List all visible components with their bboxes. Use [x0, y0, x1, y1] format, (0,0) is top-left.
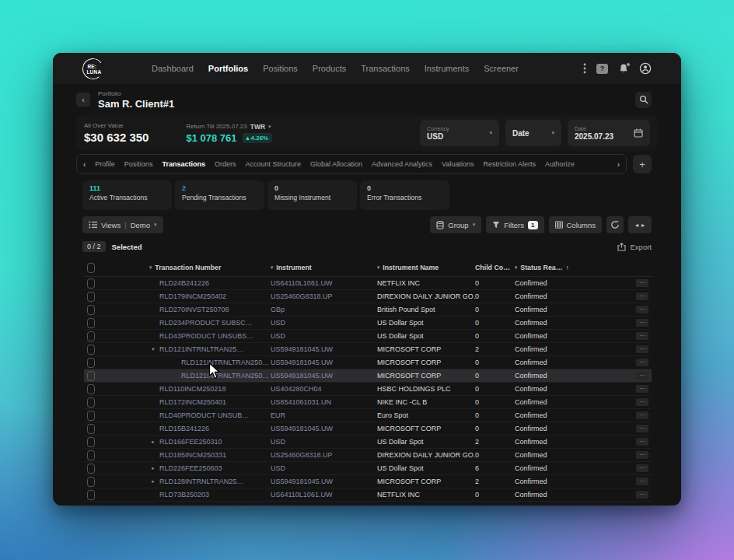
- row-checkbox[interactable]: [87, 397, 95, 408]
- summary-card-error-transactions[interactable]: 0Error Transactions: [360, 180, 449, 210]
- export-button[interactable]: Export: [617, 243, 652, 251]
- transaction-number[interactable]: RLD185INCM250331: [159, 451, 226, 459]
- summary-card-active-transactions[interactable]: 111Active Transactions: [82, 180, 172, 210]
- row-checkbox[interactable]: [87, 490, 95, 500]
- row-menu-button[interactable]: ⋯: [636, 372, 648, 380]
- views-selector[interactable]: Views | Demo ▾: [82, 216, 163, 233]
- column-header-transaction-number[interactable]: ▾Transaction Number: [104, 264, 271, 271]
- row-menu-button[interactable]: ⋯: [636, 464, 648, 472]
- table-row[interactable]: RLD43PRODUCT UNSUBS…USDUS Dollar Spot0Co…: [84, 330, 652, 343]
- transaction-number[interactable]: RLD128INTRNLTRAN25…: [159, 478, 243, 485]
- row-menu-button[interactable]: ⋯: [636, 279, 648, 287]
- transaction-number[interactable]: RLD226FEE250603: [159, 464, 222, 472]
- currency-select[interactable]: Currency USD ▾: [420, 120, 499, 146]
- row-checkbox[interactable]: [87, 358, 95, 368]
- column-header-child-co[interactable]: Child Co…: [475, 264, 510, 271]
- columns-button[interactable]: Columns: [549, 216, 603, 233]
- nav-item-products[interactable]: Products: [313, 64, 346, 73]
- pager-right-icon[interactable]: ▸: [641, 222, 645, 229]
- transaction-number[interactable]: RLD43PRODUCT UNSUBS…: [159, 332, 253, 340]
- row-checkbox[interactable]: [87, 450, 95, 460]
- instrument-id[interactable]: EUR: [271, 411, 285, 419]
- select-all-checkbox[interactable]: [87, 263, 95, 273]
- account-avatar-icon[interactable]: [639, 62, 652, 75]
- transaction-number[interactable]: RLD15B241226: [159, 425, 209, 432]
- transaction-number[interactable]: RLD121INTRNLTRAN250…: [181, 372, 269, 380]
- instrument-id[interactable]: US5949181045.UW: [271, 478, 333, 485]
- column-header-instrument[interactable]: ▾Instrument: [271, 264, 377, 271]
- instrument-id[interactable]: US25460G8318.UP: [271, 451, 333, 459]
- table-row[interactable]: RLD110INCM250218US404280CH04HSBC HOLDING…: [84, 383, 652, 396]
- table-row[interactable]: ▸RLD128INTRNLTRAN25…US5949181045.UWMICRO…: [84, 475, 652, 488]
- row-menu-button[interactable]: ⋯: [636, 491, 648, 499]
- column-header-status-rea[interactable]: ▾Status Rea…↑: [510, 264, 584, 271]
- instrument-id[interactable]: US64110L1061.UW: [271, 279, 332, 287]
- instrument-id[interactable]: US6541061031.UN: [271, 398, 331, 406]
- row-checkbox[interactable]: [87, 477, 95, 487]
- nav-item-portfolios[interactable]: Portfolios: [208, 64, 248, 73]
- instrument-id[interactable]: US5949181045.UW: [271, 345, 333, 353]
- row-menu-button[interactable]: ⋯: [636, 385, 648, 393]
- instrument-id[interactable]: USD: [271, 319, 285, 327]
- instrument-id[interactable]: USD: [271, 332, 285, 340]
- tab-authorize[interactable]: Authorize: [545, 160, 575, 168]
- instrument-id[interactable]: US5949181045.UW: [271, 359, 333, 366]
- table-row[interactable]: RLD15B241226US5949181045.UWMICROSOFT COR…: [84, 422, 652, 436]
- filters-button[interactable]: Filters 1: [486, 216, 544, 233]
- row-checkbox[interactable]: [87, 384, 95, 394]
- tab-restriction-alerts[interactable]: Restriction Alerts: [483, 160, 536, 168]
- table-row[interactable]: RLD24B241226US64110L1061.UWNETFLIX INC0C…: [84, 277, 652, 290]
- row-menu-button[interactable]: ⋯: [636, 425, 648, 432]
- row-checkbox[interactable]: [87, 278, 95, 289]
- tabs-scroll-left-icon[interactable]: ‹: [83, 160, 86, 169]
- transaction-number[interactable]: RLD121INTRNLTRAN250…: [181, 359, 269, 366]
- transaction-number[interactable]: RLD166FEE250310: [159, 438, 222, 446]
- tab-orders[interactable]: Orders: [215, 160, 236, 168]
- nav-item-positions[interactable]: Positions: [263, 64, 298, 73]
- transaction-number[interactable]: RLD73B250203: [159, 491, 209, 499]
- expand-row-icon[interactable]: ▸: [149, 478, 157, 485]
- row-menu-button[interactable]: ⋯: [636, 345, 648, 353]
- nav-item-screener[interactable]: Screener: [484, 64, 519, 73]
- kebab-menu-icon[interactable]: [583, 63, 586, 74]
- row-menu-button[interactable]: ⋯: [636, 319, 648, 327]
- row-menu-button[interactable]: ⋯: [636, 478, 648, 485]
- row-menu-button[interactable]: ⋯: [636, 306, 648, 313]
- pager-buttons[interactable]: ◂ ▸: [628, 216, 652, 233]
- table-row[interactable]: RLD179INCM250402US25460G8318.UPDIREXION …: [84, 290, 652, 303]
- tab-account-structure[interactable]: Account Structure: [245, 160, 301, 168]
- instrument-id[interactable]: USD: [271, 438, 285, 446]
- expand-row-icon[interactable]: ▸: [149, 465, 157, 471]
- table-row[interactable]: RLD270INVST250708GBpBritish Pound Spot0C…: [84, 303, 652, 317]
- refresh-button[interactable]: [606, 216, 624, 233]
- instrument-id[interactable]: US5949181045.UW: [271, 372, 333, 380]
- instrument-id[interactable]: US404280CH04: [271, 385, 322, 393]
- row-menu-button[interactable]: ⋯: [636, 359, 648, 366]
- transaction-number[interactable]: RLD110INCM250218: [159, 385, 225, 393]
- kpi-return-method[interactable]: TWR: [250, 123, 265, 131]
- instrument-id[interactable]: GBp: [271, 306, 285, 313]
- transaction-number[interactable]: RLD179INCM250402: [159, 292, 226, 300]
- nav-item-instruments[interactable]: Instruments: [425, 64, 469, 73]
- row-checkbox[interactable]: [87, 371, 95, 381]
- pager-left-icon[interactable]: ◂: [635, 222, 638, 229]
- row-checkbox[interactable]: [87, 437, 95, 447]
- tab-positions[interactable]: Positions: [124, 160, 153, 168]
- add-tab-button[interactable]: +: [633, 155, 652, 173]
- group-button[interactable]: Group ▾: [430, 216, 481, 233]
- table-row[interactable]: RLD185INCM250331US25460G8318.UPDIREXION …: [84, 449, 652, 462]
- column-header-instrument-name[interactable]: ▾Instrument Name: [377, 264, 475, 271]
- date-field[interactable]: Date 2025.07.23: [568, 120, 650, 146]
- table-row[interactable]: RLD172INCM250401US6541061031.UNNIKE INC …: [84, 396, 652, 409]
- tab-valuations[interactable]: Valuations: [442, 160, 474, 168]
- back-button[interactable]: ‹: [76, 93, 90, 107]
- nav-item-dashboard[interactable]: Dashboard: [152, 64, 194, 73]
- table-row[interactable]: RLD121INTRNLTRAN250…US5949181045.UWMICRO…: [84, 356, 652, 369]
- instrument-id[interactable]: US64110L1061.UW: [271, 491, 332, 499]
- row-menu-button[interactable]: ⋯: [636, 438, 648, 446]
- tab-global-allocation[interactable]: Global Allocation: [310, 160, 362, 168]
- transaction-number[interactable]: RLD40PRODUCT UNSUB…: [159, 411, 249, 419]
- row-checkbox[interactable]: [87, 318, 95, 328]
- row-checkbox[interactable]: [87, 345, 95, 355]
- row-menu-button[interactable]: ⋯: [636, 332, 648, 340]
